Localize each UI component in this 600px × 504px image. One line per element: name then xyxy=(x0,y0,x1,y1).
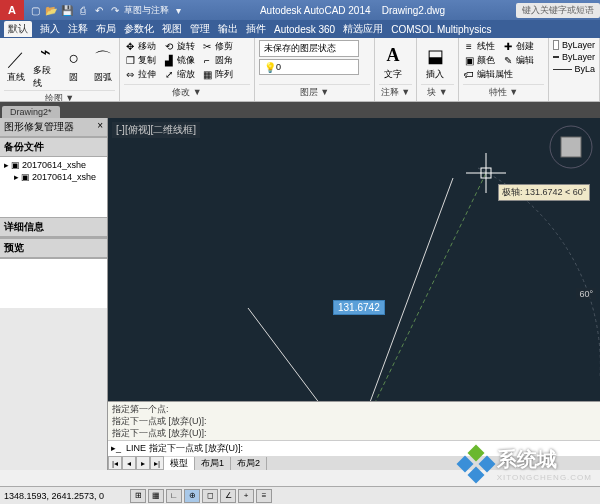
polar-tooltip: 极轴: 131.6742 < 60° xyxy=(498,184,590,201)
copy-button[interactable]: ❐复制 ▟镜像 ⌐圆角 xyxy=(124,54,250,67)
new-icon[interactable]: ▢ xyxy=(28,3,42,17)
osnap-toggle[interactable]: ◻ xyxy=(202,489,218,503)
tab-output[interactable]: 输出 xyxy=(218,22,238,36)
save-icon[interactable]: 💾 xyxy=(60,3,74,17)
rotate-icon: ⟲ xyxy=(163,41,175,53)
mirror-icon: ▟ xyxy=(163,55,175,67)
grid-toggle[interactable]: ▦ xyxy=(148,489,164,503)
polar-toggle[interactable]: ⊕ xyxy=(184,489,200,503)
modify-label[interactable]: 修改 ▼ xyxy=(124,84,250,99)
stretch-button[interactable]: ⇔拉伸 ⤢缩放 ▦阵列 xyxy=(124,68,250,81)
tab-layout[interactable]: 布局 xyxy=(96,22,116,36)
edit-icon: ✎ xyxy=(502,55,514,67)
trim-icon: ✂ xyxy=(201,41,213,53)
layout-prev-icon[interactable]: ◂ xyxy=(122,456,136,470)
undo-icon[interactable]: ↶ xyxy=(92,3,106,17)
move-icon: ✥ xyxy=(124,41,136,53)
tree-item[interactable]: ▸▣20170614_xshe xyxy=(2,171,105,183)
cmd-hist-line: 指定下一点或 [放弃(U)]: xyxy=(112,415,596,427)
doc-name: Drawing2.dwg xyxy=(382,5,445,16)
snap-toggle[interactable]: ⊞ xyxy=(130,489,146,503)
redo-icon[interactable]: ↷ xyxy=(108,3,122,17)
color-swatch-icon xyxy=(553,40,559,50)
dynamic-input[interactable]: 131.6742 xyxy=(333,300,385,315)
tab-view[interactable]: 视图 xyxy=(162,22,182,36)
chevron-down-icon[interactable]: ▾ xyxy=(171,3,185,17)
app-menu-button[interactable]: A xyxy=(0,0,24,20)
print-icon[interactable]: ⎙ xyxy=(76,3,90,17)
panel-layers: 未保存的图层状态 💡0 图层 ▼ xyxy=(255,38,375,101)
coord-readout[interactable]: 1348.1593, 2641.2573, 0 xyxy=(4,491,124,501)
tab-parametric[interactable]: 参数化 xyxy=(124,22,154,36)
backup-section[interactable]: 备份文件 xyxy=(0,137,107,157)
tab-default[interactable]: 默认 xyxy=(4,21,32,37)
cmd-prompt-icon: ▸_ xyxy=(111,443,123,455)
draw-label[interactable]: 绘图 ▼ xyxy=(4,90,115,102)
layout-last-icon[interactable]: ▸| xyxy=(150,456,164,470)
model-tab[interactable]: 模型 xyxy=(164,457,195,470)
file-tree: ▸▣20170614_xshe ▸▣20170614_xshe xyxy=(0,157,107,217)
cmd-prompt-text: LINE 指定下一点或 [放弃(U)]: xyxy=(126,442,243,455)
lwt-toggle[interactable]: ≡ xyxy=(256,489,272,503)
view-cube[interactable] xyxy=(548,124,594,170)
cmd-hist-line: 指定第一个点: xyxy=(112,403,596,415)
tag-icon: 🏷 xyxy=(463,69,475,81)
circle-button[interactable]: ○圆 xyxy=(62,47,87,84)
layer-state-dropdown[interactable]: 未保存的图层状态 xyxy=(259,40,359,57)
lineweight-bylayer[interactable]: ByLayer xyxy=(553,64,595,74)
tab-annotate[interactable]: 注释 xyxy=(68,22,88,36)
close-icon[interactable]: × xyxy=(97,120,103,134)
preview-section[interactable]: 预览 xyxy=(0,238,107,258)
dyn-toggle[interactable]: + xyxy=(238,489,254,503)
panel-block: ⬓插入 块 ▼ xyxy=(417,38,459,101)
layer-dropdown[interactable]: 💡0 xyxy=(259,59,359,75)
layout1-tab[interactable]: 布局1 xyxy=(195,457,231,470)
annot-label[interactable]: 注释 ▼ xyxy=(379,84,412,99)
tab-plugins[interactable]: 插件 xyxy=(246,22,266,36)
open-icon[interactable]: 📂 xyxy=(44,3,58,17)
stretch-icon: ⇔ xyxy=(124,69,136,81)
tab-featured[interactable]: 精选应用 xyxy=(343,22,383,36)
app-name: Autodesk AutoCAD 2014 xyxy=(260,5,371,16)
file-tab[interactable]: Drawing2* xyxy=(2,106,60,118)
tab-manage[interactable]: 管理 xyxy=(190,22,210,36)
layout-first-icon[interactable]: |◂ xyxy=(108,456,122,470)
ortho-toggle[interactable]: ∟ xyxy=(166,489,182,503)
block-label[interactable]: 块 ▼ xyxy=(421,84,454,99)
details-section[interactable]: 详细信息 xyxy=(0,217,107,237)
move-button[interactable]: ✥移动 ⟲旋转 ✂修剪 xyxy=(124,40,250,53)
color-bylayer[interactable]: ByLayer xyxy=(553,40,595,50)
layout2-tab[interactable]: 布局2 xyxy=(231,457,267,470)
arc-button[interactable]: ⌒圆弧 xyxy=(90,47,115,84)
tab-a360[interactable]: Autodesk 360 xyxy=(274,24,335,35)
polyline-button[interactable]: ⌁多段线 xyxy=(33,40,58,90)
otrack-toggle[interactable]: ∠ xyxy=(220,489,236,503)
watermark-text: 系统城 xyxy=(497,446,592,473)
line-icon: ／ xyxy=(7,47,25,71)
layers-label[interactable]: 图层 ▼ xyxy=(259,84,370,99)
circle-icon: ○ xyxy=(68,47,79,71)
color-btn[interactable]: ▣颜色 ✎编辑 xyxy=(463,54,544,67)
props-label[interactable]: 特性 ▼ xyxy=(463,84,544,99)
status-bar: 1348.1593, 2641.2573, 0 ⊞ ▦ ∟ ⊕ ◻ ∠ + ≡ xyxy=(0,486,600,504)
bulb-icon: 💡 xyxy=(264,61,276,73)
help-search[interactable]: 键入关键字或短语 xyxy=(516,3,600,18)
array-icon: ▦ xyxy=(201,69,213,81)
window-title: Autodesk AutoCAD 2014 Drawing2.dwg xyxy=(189,5,516,16)
tab-comsol[interactable]: COMSOL Multiphysics xyxy=(391,24,491,35)
workspace-dropdown[interactable]: 草图与注释 xyxy=(124,3,169,17)
line-swatch-icon xyxy=(553,56,559,58)
drawing-canvas[interactable]: [-][俯视][二维线框] X Y 极轴: 131.6742 < 60° 60°… xyxy=(108,118,600,470)
linetype-btn[interactable]: ≡线性 ✚创建 xyxy=(463,40,544,53)
tab-insert[interactable]: 插入 xyxy=(40,22,60,36)
panel-draw: ／直线 ⌁多段线 ○圆 ⌒圆弧 绘图 ▼ xyxy=(0,38,120,101)
layout-next-icon[interactable]: ▸ xyxy=(136,456,150,470)
text-button[interactable]: A文字 xyxy=(379,44,407,81)
match-btn[interactable]: 🏷编辑属性 xyxy=(463,68,544,81)
copy-icon: ❐ xyxy=(124,55,136,67)
panel-bylayer: ByLayer ByLayer ByLayer xyxy=(549,38,600,101)
tree-item[interactable]: ▸▣20170614_xshe xyxy=(2,159,105,171)
linetype-bylayer[interactable]: ByLayer xyxy=(553,52,595,62)
insert-button[interactable]: ⬓插入 xyxy=(421,44,449,81)
line-button[interactable]: ／直线 xyxy=(4,47,29,84)
